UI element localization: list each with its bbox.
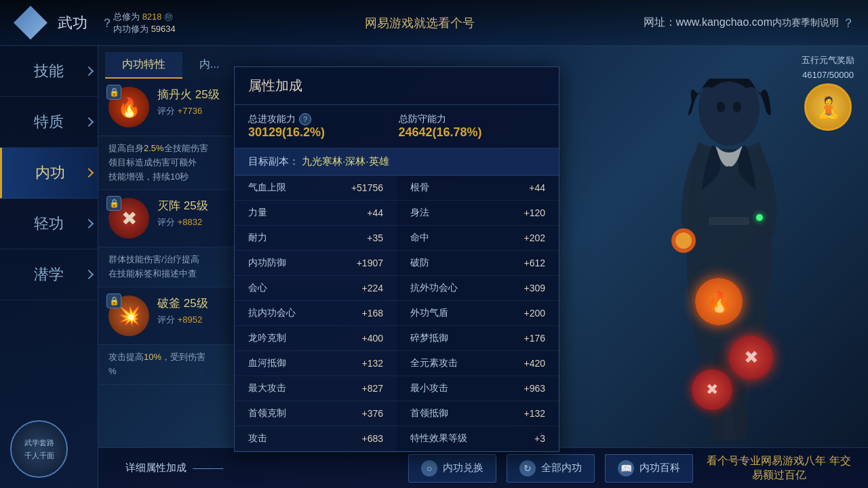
attr-row-blood-resist: 血河抵御 +132 [235, 351, 397, 376]
season-help[interactable]: 内功赛季制说明 ？ [772, 15, 854, 31]
tab-inner-traits[interactable]: 内功特性 [105, 52, 182, 79]
skill-icon-wrap-3: 💥 🔒 [108, 296, 149, 336]
game-logo [14, 6, 47, 40]
attr-row-trait-level: 特性效果等级 +3 [397, 426, 559, 451]
svg-point-3 [675, 232, 692, 249]
status-dot [756, 214, 763, 221]
unlock-inner-btn[interactable]: ○ 内功兑换 [408, 454, 496, 483]
left-sidebar: 技能 特质 内功 轻功 潜学 武学套路 千人千面 [0, 46, 98, 488]
attr-row-shenfa: 身法 +120 [397, 201, 559, 226]
encyclopedia-btn[interactable]: 📖 内功百科 [605, 454, 693, 483]
total-def-summary: 总防守能力 24642(16.78%) [399, 113, 546, 140]
attr-row-all-elem-atk: 全元素攻击 +420 [397, 351, 559, 376]
attribute-panel: 属性加成 总进攻能力 ? 30129(16.2%) 总防守能力 24642(16… [234, 66, 559, 452]
attr-row-anti-inner-crit: 抗内功会心 +168 [235, 301, 397, 326]
skill-icon-wrap-2: ✖ 🔒 [108, 198, 149, 239]
main-content: 内功特性 内... 🔥 🔒 摘丹火 25级 评分 +7736 提高自身2.5%全… [98, 46, 868, 447]
attr-row-anti-outer-crit: 抗外功会心 +309 [397, 276, 559, 301]
sidebar-item-light[interactable]: 轻功 [0, 199, 98, 249]
total-atk-summary: 总进攻能力 ? 30129(16.2%) [248, 113, 395, 140]
sidebar-item-traits[interactable]: 特质 [0, 97, 98, 148]
attr-row-hit: 命中 +202 [397, 226, 559, 251]
bottom-bar: 详细属性加成 ——— ○ 内功兑换 ↻ 全部内功 📖 内功百科 看个号专业网易游… [98, 447, 868, 488]
top-ad-text: 网易游戏就选看个号 [196, 15, 644, 31]
attr-row-outer-shield: 外功气盾 +200 [397, 301, 559, 326]
unlock-icon: ○ [421, 460, 437, 476]
refresh-icon: ↻ [519, 460, 536, 476]
sidebar-item-hidden[interactable]: 潜学 [0, 249, 98, 300]
floating-orb-fire: 🔥 [695, 278, 743, 325]
attr-row-inner-def: 内功防御 +1907 [235, 251, 397, 276]
attr-row-endurance: 耐力 +35 [235, 226, 397, 251]
lock-badge-2: 🔒 [106, 196, 121, 211]
svg-point-0 [698, 79, 760, 146]
attr-panel-title: 属性加成 [235, 67, 559, 105]
attr-row-max-atk: 最大攻击 +827 [235, 376, 397, 401]
total-power-stat: 总修为 8218 ㊞ [113, 11, 176, 23]
attr-table: 气血上限 +51756 根骨 +44 力量 +44 身法 +120 耐力 +35… [235, 176, 559, 451]
sidebar-item-inner[interactable]: 内功 [0, 148, 98, 199]
attr-row-dream-resist: 碎梦抵御 +176 [397, 326, 559, 351]
lock-badge-1: 🔒 [106, 85, 121, 100]
atk-info-icon[interactable]: ? [299, 113, 311, 125]
lock-badge-3: 🔒 [106, 293, 121, 308]
detail-attr-btn[interactable]: 详细属性加成 ——— [112, 456, 237, 480]
target-dungeon-row: 目标副本： 九光寒林·深林·英雄 [235, 148, 559, 176]
attr-summary: 总进攻能力 ? 30129(16.2%) 总防守能力 24642(16.78%) [235, 105, 559, 148]
all-inner-btn[interactable]: ↻ 全部内功 [507, 454, 595, 483]
skill-icon-wrap-1: 🔥 🔒 [108, 87, 149, 127]
attr-row-gengu: 根骨 +44 [397, 176, 559, 201]
book-icon: 📖 [618, 460, 634, 476]
floating-orb-cross-1: ✖ [729, 336, 773, 380]
svg-point-4 [717, 102, 725, 113]
svg-rect-1 [709, 217, 749, 225]
tab-inner-other[interactable]: 内... [182, 52, 236, 79]
attr-row-dragon-ctl: 龙吟克制 +400 [235, 326, 397, 351]
section-title: 武功 [58, 13, 87, 33]
attr-row-strength: 力量 +44 [235, 201, 397, 226]
top-banner: 武功 ？ 总修为 8218 ㊞ 内功修为 59634 网易游戏就选看个号 网址：… [0, 0, 868, 46]
top-stats: 总修为 8218 ㊞ 内功修为 59634 [113, 11, 176, 35]
inner-power-stat: 内功修为 59634 [113, 23, 176, 35]
floating-orb-cross-2: ✖ [692, 369, 732, 410]
five-elements-badge: 五行元气奖励 46107/50000 🧘 [802, 54, 854, 131]
wuxue-badge[interactable]: 武学套路 千人千面 [10, 420, 68, 478]
attr-row-min-atk: 最小攻击 +963 [397, 376, 559, 401]
bottom-ad: 看个号专业网易游戏八年 年交易额过百亿 [703, 454, 854, 483]
five-elem-icon: 🧘 [804, 83, 852, 131]
attr-row-huixin: 会心 +224 [235, 276, 397, 301]
attr-row-hp: 气血上限 +51756 [235, 176, 397, 201]
sidebar-item-skills[interactable]: 技能 [0, 46, 98, 97]
season-help-icon[interactable]: ？ [842, 15, 854, 31]
character-area: 🔥 ✖ ✖ [610, 79, 868, 447]
top-url-text: 网址：www.kangchao.com [644, 16, 772, 30]
svg-point-5 [733, 102, 741, 113]
attr-row-boss-resist: 首领抵御 +132 [397, 401, 559, 426]
attr-row-boss-ctl: 首领克制 +376 [235, 401, 397, 426]
wuxue-area: 武学套路 千人千面 [0, 410, 98, 488]
attr-row-attack: 攻击 +683 [235, 426, 397, 451]
attr-row-break-def: 破防 +612 [397, 251, 559, 276]
help-icon[interactable]: ？ [101, 15, 113, 31]
